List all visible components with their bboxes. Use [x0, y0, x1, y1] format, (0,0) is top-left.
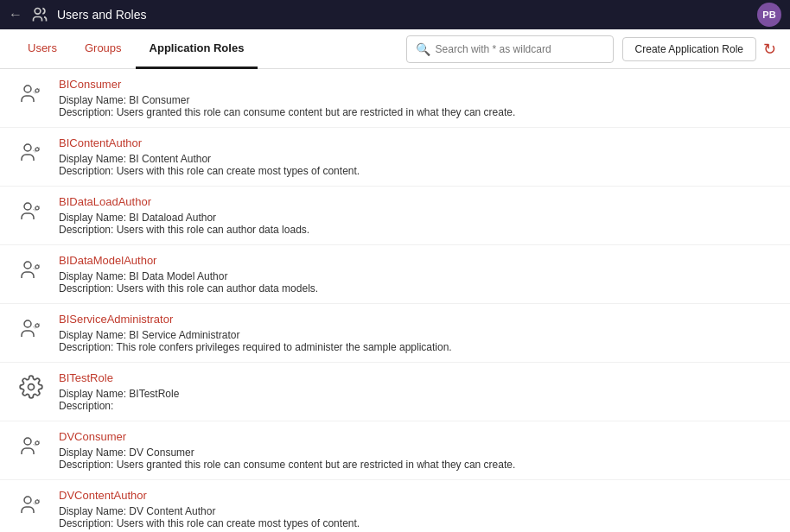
role-display-name: Display Name: BI Consumer — [59, 94, 773, 106]
search-input[interactable] — [436, 43, 604, 55]
role-display-name: Display Name: BI Dataload Author — [59, 212, 773, 224]
role-display-name: Display Name: BITestRole — [59, 388, 773, 400]
back-button[interactable]: ← — [9, 7, 22, 22]
svg-point-6 — [35, 206, 39, 210]
user-role-icon — [17, 79, 45, 107]
search-box: 🔍 — [406, 35, 614, 63]
role-description: Description: — [59, 400, 773, 412]
role-row: DVContentAuthorDisplay Name: DV Content … — [0, 480, 790, 532]
search-icon: 🔍 — [416, 42, 430, 56]
svg-point-4 — [35, 148, 39, 151]
role-name[interactable]: BIConsumer — [59, 78, 773, 91]
role-description: Description: Users granted this role can… — [59, 106, 773, 118]
avatar: PB — [757, 3, 781, 27]
role-name[interactable]: DVContentAuthor — [59, 489, 773, 502]
role-description: Description: Users with this role can cr… — [59, 517, 773, 529]
svg-point-15 — [35, 500, 39, 504]
role-display-name: Display Name: DV Consumer — [59, 446, 773, 459]
user-role-icon — [17, 491, 45, 518]
role-name[interactable]: BITestRole — [59, 371, 773, 384]
role-name[interactable]: BIDataLoadAuthor — [59, 195, 773, 208]
tab-groups[interactable]: Groups — [71, 29, 136, 69]
svg-point-3 — [24, 144, 31, 151]
svg-point-12 — [24, 438, 31, 445]
role-row: BIDataModelAuthorDisplay Name: BI Data M… — [0, 245, 790, 304]
svg-point-13 — [35, 441, 39, 445]
role-row: BIServiceAdministratorDisplay Name: BI S… — [0, 304, 790, 363]
tab-bar: Users Groups Application Roles 🔍 Create … — [0, 29, 790, 69]
role-name[interactable]: BIServiceAdministrator — [59, 313, 773, 326]
svg-point-1 — [24, 86, 31, 92]
tab-users[interactable]: Users — [14, 29, 71, 69]
user-role-icon — [17, 138, 45, 166]
tab-application-roles[interactable]: Application Roles — [136, 29, 258, 69]
role-name[interactable]: DVConsumer — [59, 430, 773, 443]
gear-role-icon — [17, 373, 45, 401]
content-area: BIConsumerDisplay Name: BI ConsumerDescr… — [0, 69, 790, 532]
page-title: Users and Roles — [57, 8, 749, 22]
role-name[interactable]: BIDataModelAuthor — [59, 254, 773, 267]
role-row: DVConsumerDisplay Name: DV ConsumerDescr… — [0, 421, 790, 480]
user-role-icon — [17, 256, 45, 283]
role-description: Description: Users with this role can cr… — [59, 165, 773, 177]
role-row: BIDataLoadAuthorDisplay Name: BI Dataloa… — [0, 187, 790, 245]
svg-point-5 — [24, 203, 31, 210]
svg-point-11 — [29, 384, 35, 390]
role-name[interactable]: BIContentAuthor — [59, 136, 773, 149]
svg-point-9 — [24, 320, 31, 327]
users-icon — [31, 6, 48, 23]
svg-point-14 — [24, 497, 31, 504]
role-display-name: Display Name: BI Content Author — [59, 153, 773, 165]
role-description: Description: Users with this role can au… — [59, 224, 773, 236]
role-description: Description: Users granted this role can… — [59, 459, 773, 471]
role-description: Description: This role confers privilege… — [59, 341, 773, 353]
role-display-name: Display Name: BI Data Model Author — [59, 270, 773, 282]
user-role-icon — [17, 432, 45, 459]
user-role-icon — [17, 314, 45, 342]
role-row: BIContentAuthorDisplay Name: BI Content … — [0, 128, 790, 187]
role-row: BIConsumerDisplay Name: BI ConsumerDescr… — [0, 69, 790, 128]
svg-point-0 — [35, 9, 41, 15]
role-description: Description: Users with this role can au… — [59, 282, 773, 294]
user-role-icon — [17, 197, 45, 225]
role-row: BITestRoleDisplay Name: BITestRoleDescri… — [0, 363, 790, 421]
title-bar: ← Users and Roles PB — [0, 0, 790, 29]
role-display-name: Display Name: DV Content Author — [59, 505, 773, 517]
svg-point-10 — [35, 324, 39, 327]
svg-point-7 — [24, 262, 31, 269]
create-application-role-button[interactable]: Create Application Role — [622, 37, 756, 61]
svg-point-2 — [35, 89, 39, 92]
role-display-name: Display Name: BI Service Administrator — [59, 329, 773, 341]
svg-point-8 — [35, 265, 39, 269]
refresh-icon[interactable]: ↻ — [763, 40, 776, 59]
